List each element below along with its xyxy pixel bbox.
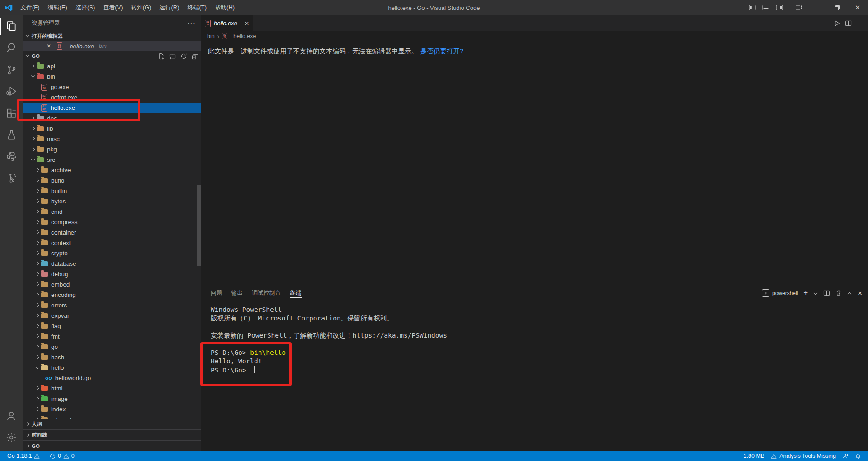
activity-lab-flask-icon[interactable] bbox=[0, 167, 23, 189]
tree-item-cmd[interactable]: cmd bbox=[23, 207, 201, 217]
tree-item-doc[interactable]: doc bbox=[23, 113, 201, 123]
tree-item-archive[interactable]: archive bbox=[23, 165, 201, 175]
tree-item-gofmt.exe[interactable]: 0110gofmt.exe bbox=[23, 92, 201, 103]
tab-hello-exe[interactable]: 0110 hello.exe ✕ bbox=[201, 15, 253, 31]
go-version-status[interactable]: Go 1.18.1 bbox=[4, 453, 43, 459]
tree-item-api[interactable]: api bbox=[23, 61, 201, 71]
activity-search-icon[interactable] bbox=[0, 37, 23, 59]
tree-item-expvar[interactable]: expvar bbox=[23, 310, 201, 321]
activity-account-icon[interactable] bbox=[0, 405, 23, 427]
restore-button[interactable] bbox=[826, 0, 847, 15]
activity-python-icon[interactable] bbox=[0, 146, 23, 167]
close-window-button[interactable]: ✕ bbox=[847, 0, 868, 15]
run-button[interactable] bbox=[834, 20, 840, 27]
tree-item-lib[interactable]: lib bbox=[23, 123, 201, 134]
menu-item-2[interactable]: 选择(S) bbox=[71, 0, 99, 15]
explorer-more-actions-icon[interactable]: ··· bbox=[187, 19, 196, 28]
tree-item-fmt[interactable]: fmt bbox=[23, 331, 201, 342]
workspace-header[interactable]: GO bbox=[23, 51, 201, 61]
problems-status[interactable]: 0 0 bbox=[47, 453, 78, 459]
terminal-profile[interactable]: powershell bbox=[762, 289, 798, 297]
close-panel-icon[interactable]: ✕ bbox=[857, 290, 863, 297]
menu-item-1[interactable]: 编辑(E) bbox=[44, 0, 71, 15]
panel-tab-终端[interactable]: 终端 bbox=[290, 286, 302, 300]
tree-item-bin[interactable]: bin bbox=[23, 71, 201, 82]
toggle-secondary-sidebar-icon[interactable] bbox=[773, 0, 786, 15]
new-folder-icon[interactable] bbox=[169, 53, 176, 60]
activity-extensions-icon[interactable] bbox=[0, 102, 23, 124]
activity-settings-gear-icon[interactable] bbox=[0, 427, 23, 448]
menu-item-6[interactable]: 终端(T) bbox=[183, 0, 211, 15]
collapse-all-icon[interactable] bbox=[192, 53, 198, 60]
activity-test-beaker-icon[interactable] bbox=[0, 124, 23, 146]
tree-item-image[interactable]: image bbox=[23, 394, 201, 404]
tree-item-pkg[interactable]: pkg bbox=[23, 144, 201, 155]
open-editor-item[interactable]: ✕ 0110 hello.exe bin bbox=[23, 41, 201, 51]
feedback-icon[interactable] bbox=[839, 453, 852, 459]
refresh-icon[interactable] bbox=[180, 53, 187, 60]
editor-more-actions-icon[interactable]: ··· bbox=[856, 19, 864, 27]
tree-item-bytes[interactable]: bytes bbox=[23, 196, 201, 207]
activity-explorer-icon[interactable] bbox=[0, 15, 23, 37]
tree-item-hash[interactable]: hash bbox=[23, 352, 201, 362]
notifications-bell-icon[interactable] bbox=[852, 453, 864, 459]
split-terminal-icon[interactable] bbox=[823, 290, 830, 296]
tree-item-misc[interactable]: misc bbox=[23, 134, 201, 144]
tree-item-hello[interactable]: hello bbox=[23, 362, 201, 373]
close-editor-icon[interactable]: ✕ bbox=[45, 43, 52, 49]
tree-item-html[interactable]: html bbox=[23, 383, 201, 394]
split-editor-icon[interactable] bbox=[845, 20, 852, 27]
section-时间线[interactable]: 时间线 bbox=[23, 429, 201, 440]
customize-layout-icon[interactable] bbox=[792, 0, 806, 15]
tree-item-errors[interactable]: errors bbox=[23, 300, 201, 310]
menu-item-0[interactable]: 文件(F) bbox=[16, 0, 44, 15]
analysis-tools-status[interactable]: Analysis Tools Missing bbox=[768, 453, 839, 459]
tree-item-src[interactable]: src bbox=[23, 155, 201, 165]
terminal-output[interactable]: Windows PowerShell版权所有（C） Microsoft Corp… bbox=[201, 300, 868, 451]
menu-item-3[interactable]: 查看(V) bbox=[99, 0, 127, 15]
tree-item-hello.exe[interactable]: 0110hello.exe bbox=[23, 103, 201, 113]
kill-terminal-icon[interactable] bbox=[835, 290, 842, 296]
menu-item-5[interactable]: 运行(R) bbox=[155, 0, 183, 15]
close-tab-icon[interactable]: ✕ bbox=[245, 20, 249, 27]
tree-item-encoding[interactable]: encoding bbox=[23, 290, 201, 300]
tree-item-database[interactable]: database bbox=[23, 259, 201, 269]
open-anyway-link[interactable]: 是否仍要打开? bbox=[420, 47, 463, 55]
tree-item-builtin[interactable]: builtin bbox=[23, 186, 201, 196]
tree-item-internal[interactable]: internal bbox=[23, 414, 201, 419]
tree-item-crypto[interactable]: crypto bbox=[23, 248, 201, 259]
terminal-dropdown-icon[interactable] bbox=[813, 291, 818, 296]
tree-item-context[interactable]: context bbox=[23, 238, 201, 248]
tree-item-container[interactable]: container bbox=[23, 227, 201, 238]
menu-item-4[interactable]: 转到(G) bbox=[127, 0, 156, 15]
new-file-icon[interactable] bbox=[158, 53, 165, 60]
maximize-panel-icon[interactable] bbox=[847, 291, 852, 296]
section-大纲[interactable]: 大纲 bbox=[23, 419, 201, 429]
tree-item-bufio[interactable]: bufio bbox=[23, 175, 201, 186]
tree-item-index[interactable]: index bbox=[23, 404, 201, 414]
tree-item-go[interactable]: go bbox=[23, 342, 201, 352]
open-editors-header[interactable]: 打开的编辑器 bbox=[23, 31, 201, 41]
tree-item-go.exe[interactable]: 0110go.exe bbox=[23, 82, 201, 92]
section-GO[interactable]: GO bbox=[23, 440, 201, 451]
tree-item-embed[interactable]: embed bbox=[23, 279, 201, 290]
tree-item-debug[interactable]: debug bbox=[23, 269, 201, 279]
folder-icon bbox=[41, 188, 48, 193]
tree-item-helloworld.go[interactable]: GOhelloworld.go bbox=[23, 373, 201, 383]
memory-status[interactable]: 1.80 MB bbox=[741, 453, 768, 459]
breadcrumb-file[interactable]: hello.exe bbox=[233, 33, 256, 39]
new-terminal-icon[interactable]: + bbox=[803, 289, 808, 296]
tree-item-flag[interactable]: flag bbox=[23, 321, 201, 331]
tree-item-compress[interactable]: compress bbox=[23, 217, 201, 227]
breadcrumb-folder[interactable]: bin bbox=[207, 33, 215, 39]
menu-item-7[interactable]: 帮助(H) bbox=[211, 0, 239, 15]
panel-tab-输出[interactable]: 输出 bbox=[231, 286, 243, 300]
activity-source-control-icon[interactable] bbox=[0, 59, 23, 80]
panel-tab-调试控制台[interactable]: 调试控制台 bbox=[252, 286, 281, 300]
toggle-panel-icon[interactable] bbox=[759, 0, 773, 15]
panel-tab-问题[interactable]: 问题 bbox=[211, 286, 222, 300]
minimize-button[interactable] bbox=[806, 0, 826, 15]
activity-run-debug-icon[interactable] bbox=[0, 80, 23, 102]
toggle-sidebar-icon[interactable] bbox=[745, 0, 759, 15]
sidebar-scrollbar[interactable] bbox=[197, 185, 201, 266]
